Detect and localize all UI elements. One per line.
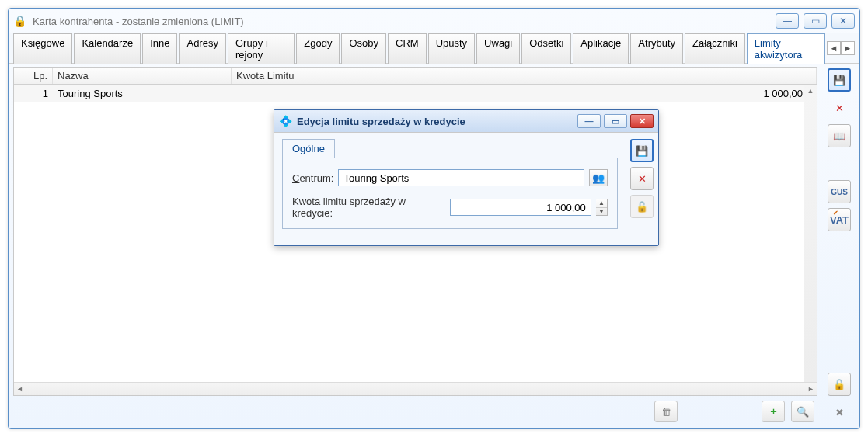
- dialog-titlebar: 💠 Edycja limitu sprzedaży w kredycie — ▭…: [274, 110, 658, 132]
- trash-icon: 🗑: [661, 406, 671, 418]
- tab-zgody[interactable]: Zgody: [296, 33, 340, 64]
- scroll-right-icon[interactable]: ►: [805, 383, 817, 395]
- add-button[interactable]: ＋: [762, 401, 785, 422]
- tab-kalendarze[interactable]: Kalendarze: [74, 33, 141, 64]
- edit-limit-dialog: 💠 Edycja limitu sprzedaży w kredycie — ▭…: [274, 109, 659, 246]
- dialog-side-toolbar: 💾 ✕ 🔓: [626, 133, 658, 245]
- window-buttons: — ▭ ✕: [776, 13, 855, 29]
- tab-zalaczniki[interactable]: Załączniki: [685, 33, 745, 64]
- cancel-button[interactable]: ✕: [828, 96, 851, 120]
- minimize-button[interactable]: —: [776, 13, 799, 29]
- people-icon: 👥: [592, 172, 605, 184]
- scroll-up-icon[interactable]: ▲: [804, 85, 817, 96]
- search-icon: 🔍: [797, 406, 809, 418]
- lock-icon: 🔓: [833, 379, 845, 390]
- dialog-window-buttons: — ▭ ✕: [577, 114, 654, 128]
- centrum-row: Centrum: 👥: [292, 169, 608, 186]
- dialog-frame: Centrum: 👥 Kwota limitu sprzedaży w kred…: [282, 158, 618, 229]
- tab-uwagi[interactable]: Uwagi: [476, 33, 520, 64]
- kwota-input[interactable]: [450, 199, 591, 216]
- check-icon: ✔: [833, 210, 838, 217]
- tab-crm[interactable]: CRM: [388, 33, 427, 64]
- app-icon: 🔒: [13, 15, 26, 27]
- side-toolbar: 💾 ✕ 📖 GUS ✔ VAT 🔓 ✖: [824, 67, 855, 424]
- dialog-cancel-button[interactable]: ✕: [630, 167, 654, 190]
- kwota-spinner[interactable]: ▲ ▼: [596, 199, 608, 216]
- scroll-track[interactable]: [26, 383, 805, 395]
- tabs-row: Księgowe Kalendarze Inne Adresy Grupy i …: [9, 33, 859, 64]
- close-icon: ✕: [638, 173, 647, 185]
- titlebar: 🔒 Karta kontrahenta - zostanie zmieniona…: [9, 9, 859, 33]
- centrum-label: Centrum:: [292, 172, 333, 184]
- gus-button[interactable]: GUS: [828, 180, 851, 203]
- window-title: Karta kontrahenta - zostanie zmieniona (…: [33, 16, 776, 27]
- tab-atrybuty[interactable]: Atrybuty: [630, 33, 683, 64]
- tab-grupy[interactable]: Grupy i rejony: [228, 33, 295, 64]
- kwota-row: Kwota limitu sprzedaży w kredycie: ▲ ▼: [292, 196, 608, 219]
- col-kwota[interactable]: Kwota Limitu: [232, 68, 817, 84]
- cell-lp: 1: [14, 88, 53, 99]
- maximize-button[interactable]: ▭: [804, 13, 827, 29]
- delete-button[interactable]: 🗑: [654, 401, 678, 422]
- centrum-picker-button[interactable]: 👥: [589, 169, 608, 186]
- dialog-tab-ogolne[interactable]: Ogólne: [282, 139, 335, 158]
- grid-vscroll[interactable]: ▲: [804, 85, 817, 382]
- dialog-maximize-button[interactable]: ▭: [604, 114, 627, 128]
- scroll-left-icon[interactable]: ◄: [14, 383, 26, 395]
- dialog-title: Edycja limitu sprzedaży w kredycie: [297, 116, 577, 127]
- tab-scroll-left[interactable]: ◄: [827, 41, 841, 55]
- x-icon: ✖: [835, 407, 844, 418]
- tab-upusty[interactable]: Upusty: [428, 33, 475, 64]
- tab-inne[interactable]: Inne: [142, 33, 177, 64]
- dialog-close-button[interactable]: ✕: [630, 114, 654, 128]
- centrum-input[interactable]: [338, 169, 584, 186]
- tab-odsetki[interactable]: Odsetki: [521, 33, 571, 64]
- tab-adresy[interactable]: Adresy: [179, 33, 225, 64]
- cell-kwota: 1 000,00: [232, 88, 817, 99]
- col-lp[interactable]: Lp.: [14, 68, 53, 84]
- book-icon: 📖: [833, 130, 845, 142]
- save-icon: 💾: [636, 145, 648, 157]
- grid-hscroll[interactable]: ◄ ►: [14, 382, 817, 395]
- grid-header: Lp. Nazwa Kwota Limitu: [14, 68, 817, 85]
- dialog-save-button[interactable]: 💾: [630, 139, 654, 162]
- close-button[interactable]: ✕: [831, 13, 855, 29]
- dialog-icon: 💠: [279, 115, 292, 127]
- tab-aplikacje[interactable]: Aplikacje: [573, 33, 629, 64]
- tab-scroll: ◄ ►: [827, 33, 855, 63]
- dialog-lock-button[interactable]: 🔓: [630, 195, 654, 218]
- search-button[interactable]: 🔍: [791, 401, 814, 422]
- book-button[interactable]: 📖: [828, 124, 851, 147]
- main-window: 🔒 Karta kontrahenta - zostanie zmieniona…: [8, 8, 860, 429]
- lock-icon: 🔓: [636, 201, 648, 213]
- tab-ksiegowe[interactable]: Księgowe: [13, 33, 72, 64]
- kwota-label: Kwota limitu sprzedaży w kredycie:: [292, 196, 441, 219]
- dismiss-button[interactable]: ✖: [828, 401, 851, 424]
- tab-osoby[interactable]: Osoby: [341, 33, 386, 64]
- save-button[interactable]: 💾: [828, 68, 851, 92]
- close-icon: ✕: [835, 102, 844, 114]
- tab-scroll-right[interactable]: ►: [841, 41, 855, 55]
- bottom-toolbar: 🗑 ＋ 🔍: [13, 396, 817, 424]
- tab-limity-akwizytora[interactable]: Limity akwizytora: [747, 33, 825, 64]
- dialog-minimize-button[interactable]: —: [577, 114, 601, 128]
- cell-nazwa: Touring Sports: [53, 88, 232, 99]
- lock-button[interactable]: 🔓: [828, 373, 851, 396]
- spinner-up-icon[interactable]: ▲: [596, 199, 607, 208]
- col-nazwa[interactable]: Nazwa: [53, 68, 232, 84]
- plus-icon: ＋: [769, 404, 779, 418]
- vat-button[interactable]: ✔ VAT: [828, 208, 851, 231]
- table-row[interactable]: 1 Touring Sports 1 000,00: [14, 85, 817, 102]
- dialog-form: Ogólne Centrum: 👥 Kwota limitu sprzedaży…: [274, 133, 626, 245]
- save-icon: 💾: [833, 75, 845, 86]
- dialog-body: Ogólne Centrum: 👥 Kwota limitu sprzedaży…: [274, 132, 658, 245]
- spinner-down-icon[interactable]: ▼: [596, 208, 607, 216]
